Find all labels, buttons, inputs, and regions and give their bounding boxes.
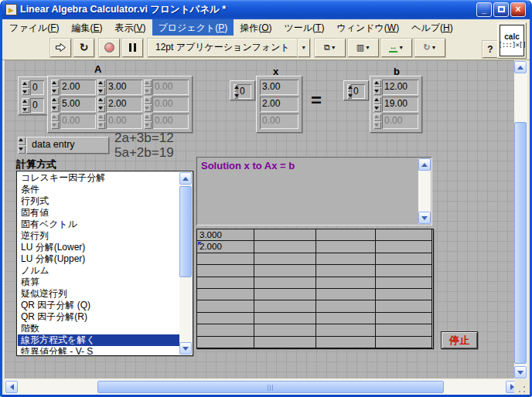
table-cell-0-3[interactable]: [376, 229, 432, 241]
spinner[interactable]: [347, 84, 350, 99]
spinner[interactable]: [373, 80, 381, 95]
table-cell-2-2[interactable]: [316, 253, 376, 265]
spinner[interactable]: [234, 84, 237, 99]
listbox-item-6[interactable]: LU 分解(Lower): [18, 242, 179, 253]
distribute-objects-button[interactable]: ▥ ▼: [348, 39, 379, 57]
spin-up-icon[interactable]: [51, 80, 59, 87]
numeric-value[interactable]: 5.00: [60, 97, 96, 112]
maximize-button[interactable]: [493, 2, 509, 17]
minimize-button[interactable]: _: [476, 2, 492, 17]
pause-button[interactable]: [122, 39, 143, 57]
numeric-value[interactable]: 0.00: [382, 114, 418, 129]
matrix-a-control[interactable]: 2.003.000.005.002.000.000.000.000.00: [47, 76, 193, 133]
scroll-up-button[interactable]: [179, 172, 192, 185]
table-cell-3-1[interactable]: [254, 265, 316, 277]
resize-objects-button[interactable]: ↔ ▼: [381, 39, 412, 57]
spin-down-icon[interactable]: [51, 87, 59, 95]
vector-x-cell-0[interactable]: 3.00: [260, 80, 298, 95]
spin-down-icon[interactable]: [97, 87, 105, 95]
spin-up-icon[interactable]: [373, 114, 381, 121]
scroll-up-button[interactable]: [514, 61, 527, 73]
menu-item-1[interactable]: 編集(E): [65, 19, 108, 36]
listbox-scrollbar[interactable]: [179, 172, 192, 355]
listbox-item-4[interactable]: 固有ベクトル: [18, 219, 179, 230]
scroll-down-button[interactable]: [418, 212, 431, 224]
table-cell-9-0[interactable]: [197, 337, 254, 348]
table-cell-4-2[interactable]: [316, 277, 376, 289]
spinner[interactable]: [97, 80, 105, 95]
matrix-a-cell-0-2[interactable]: 0.00: [144, 80, 189, 95]
table-cell-7-0[interactable]: [197, 313, 254, 324]
numeric-value[interactable]: 19.00: [382, 97, 418, 112]
numeric-value[interactable]: 3.00: [260, 80, 298, 95]
table-cell-1-3[interactable]: [376, 241, 432, 253]
vector-b-cell-0[interactable]: 12.00: [373, 80, 418, 95]
numeric-value[interactable]: 2.00: [60, 80, 96, 95]
resize-grip[interactable]: [514, 379, 527, 395]
spinner[interactable]: [51, 114, 59, 129]
spin-down-icon[interactable]: [234, 92, 237, 100]
matrix-a-cell-0-1[interactable]: 3.00: [97, 80, 142, 95]
menu-item-4[interactable]: 操作(O): [234, 19, 278, 36]
scroll-down-button[interactable]: [179, 342, 192, 355]
numeric-value[interactable]: 0.00: [106, 114, 142, 129]
spin-down-icon[interactable]: [144, 104, 152, 112]
abort-button[interactable]: [99, 39, 120, 57]
numeric-value[interactable]: 0: [30, 80, 44, 95]
spinner[interactable]: [97, 114, 105, 129]
spin-up-icon[interactable]: [97, 114, 105, 121]
table-cell-4-1[interactable]: [254, 277, 316, 289]
method-listbox[interactable]: コレスキー因子分解条件行列式固有値固有ベクトル逆行列LU 分解(Lower)LU…: [16, 171, 193, 356]
numeric-value[interactable]: 0.00: [152, 80, 189, 95]
listbox-item-0[interactable]: コレスキー因子分解: [18, 172, 179, 184]
table-cell-8-2[interactable]: [316, 324, 376, 336]
scrollbar-thumb[interactable]: [97, 381, 444, 393]
spin-down-icon[interactable]: [51, 121, 59, 129]
listbox-item-12[interactable]: QR 因子分解(R): [18, 311, 179, 323]
listbox-item-7[interactable]: LU 分解(Upper): [18, 253, 179, 265]
table-cell-0-1[interactable]: [254, 229, 316, 241]
spin-down-icon[interactable]: [144, 121, 152, 129]
numeric-value[interactable]: 0.00: [260, 114, 298, 129]
matrix-a-index[interactable]: 00: [18, 76, 49, 115]
table-cell-0-0[interactable]: 3.000: [197, 229, 254, 241]
table-cell-6-1[interactable]: [254, 300, 316, 312]
matrix-a-cell-2-1[interactable]: 0.00: [97, 114, 142, 129]
spin-down-icon[interactable]: [373, 121, 381, 129]
matrix-a-cell-1-1[interactable]: 2.00: [97, 97, 142, 112]
table-cell-7-3[interactable]: [376, 313, 432, 324]
table-cell-8-3[interactable]: [376, 324, 432, 336]
listbox-item-8[interactable]: ノルム: [18, 265, 179, 277]
table-cell-6-0[interactable]: [197, 300, 254, 312]
listbox-item-3[interactable]: 固有値: [18, 207, 179, 219]
stop-button[interactable]: 停止: [441, 331, 478, 349]
table-cell-5-0[interactable]: [197, 289, 254, 300]
table-cell-7-2[interactable]: [316, 313, 376, 324]
listbox-item-1[interactable]: 条件: [18, 184, 179, 195]
menu-item-5[interactable]: ツール(T): [278, 19, 331, 36]
spin-up-icon[interactable]: [234, 84, 237, 92]
matrix-a-cell-2-2[interactable]: 0.00: [144, 114, 189, 129]
spin-down-icon[interactable]: [22, 88, 29, 96]
spin-up-icon[interactable]: [51, 114, 59, 121]
spinner[interactable]: [51, 97, 59, 112]
listbox-item-11[interactable]: QR 因子分解 (Q): [18, 300, 179, 311]
result-table[interactable]: 3.0002.000: [196, 229, 434, 349]
spinner[interactable]: [144, 114, 152, 129]
spin-down-icon[interactable]: [97, 121, 105, 129]
close-button[interactable]: ×: [510, 2, 526, 17]
table-cell-9-3[interactable]: [376, 337, 432, 348]
table-cell-8-1[interactable]: [254, 324, 316, 336]
spin-down-icon[interactable]: [373, 104, 381, 112]
listbox-item-5[interactable]: 逆行列: [18, 230, 179, 242]
font-dropdown-icon[interactable]: ▼: [298, 39, 310, 57]
spinner[interactable]: [22, 98, 29, 113]
data-entry-ring[interactable]: data entry: [18, 137, 109, 154]
font-ring[interactable]: 12pt アプリケーションフォント ▼: [148, 39, 310, 57]
listbox-item-10[interactable]: 疑似逆行列: [18, 288, 179, 300]
spinner[interactable]: [97, 97, 105, 112]
numeric-value[interactable]: 0.00: [152, 114, 189, 129]
menu-item-3[interactable]: プロジェクト(P): [152, 19, 234, 36]
matrix-a-cell-1-0[interactable]: 5.00: [51, 97, 96, 112]
spinner[interactable]: [22, 80, 29, 95]
